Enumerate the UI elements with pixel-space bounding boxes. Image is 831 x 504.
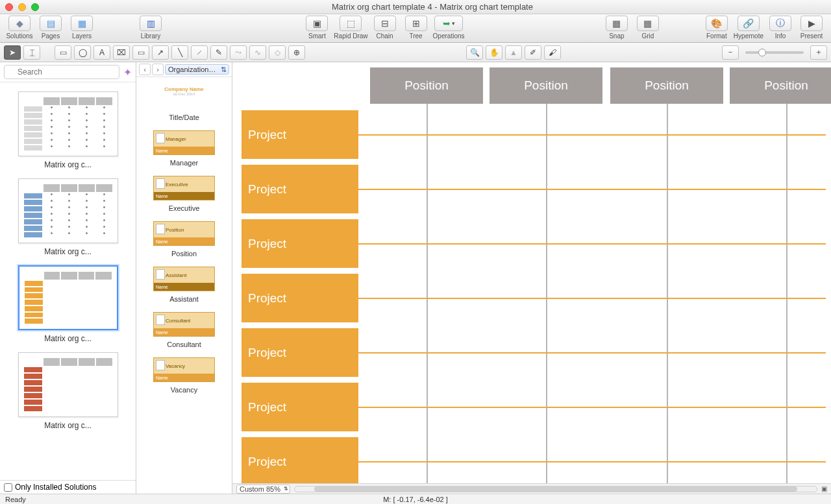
ellipse-icon: ◯: [79, 48, 87, 57]
window-title: Matrix org chart template 4 - Matrix org…: [39, 2, 826, 12]
operations-button[interactable]: ➥▾Operations: [433, 16, 465, 40]
info-icon: ⓘ: [776, 18, 785, 29]
position-header[interactable]: Position: [370, 67, 483, 104]
canvas[interactable]: PositionPositionPositionPositionProjectP…: [232, 62, 831, 494]
hypernote-button[interactable]: 🔗Hypernote: [734, 16, 763, 40]
zoom-combo[interactable]: Custom 85% ⇅: [236, 485, 290, 494]
brush-tool[interactable]: 🖌: [544, 45, 561, 60]
only-installed-checkbox[interactable]: [4, 483, 12, 492]
project-box[interactable]: Project: [242, 274, 358, 322]
template-thumbnail[interactable]: Matrix org c...: [9, 352, 127, 430]
callout-tool[interactable]: ▭: [132, 45, 149, 60]
eyedropper-tool[interactable]: ✐: [525, 45, 541, 60]
line-tool[interactable]: ╲: [171, 45, 188, 60]
bezier-tool[interactable]: ∿: [249, 45, 266, 60]
library-shape-label: Vacancy: [140, 386, 228, 394]
snap-button[interactable]: ▦Snap: [602, 16, 631, 40]
horizontal-scrollbar[interactable]: [294, 486, 817, 492]
search-input[interactable]: [4, 65, 119, 79]
present-button[interactable]: ▶Present: [797, 16, 826, 40]
tree-button[interactable]: ⊞Tree: [402, 16, 430, 40]
curve-tool[interactable]: ⟋: [191, 45, 208, 60]
textbox-tool[interactable]: ⌧: [113, 45, 130, 60]
chain-button[interactable]: ⊟Chain: [371, 16, 399, 40]
ellipse-tool[interactable]: ◯: [74, 45, 91, 60]
close-window-icon[interactable]: [5, 3, 13, 11]
library-shape[interactable]: VacancyNameVacancy: [140, 356, 228, 394]
main-toolbar: ◆Solutions ▤Pages ▦Layers ▥Library ▣Smar…: [0, 14, 831, 43]
template-thumbnail-label: Matrix org c...: [9, 334, 127, 343]
grid-icon: ▦: [643, 18, 652, 29]
library-forward-button[interactable]: ›: [152, 64, 164, 75]
text-tool[interactable]: A: [93, 45, 110, 60]
minimize-window-icon[interactable]: [18, 3, 26, 11]
matrix-horizontal-line: [358, 189, 826, 190]
project-box[interactable]: Project: [242, 437, 358, 486]
library-shape[interactable]: Company Namedd Dec 2014Title/Date: [140, 84, 228, 121]
layers-button[interactable]: ▦Layers: [68, 16, 96, 40]
info-button[interactable]: ⓘInfo: [766, 16, 795, 40]
chain-icon: ⊟: [381, 18, 389, 29]
hand-tool[interactable]: ✋: [486, 45, 502, 60]
position-header[interactable]: Position: [730, 67, 831, 104]
project-box[interactable]: Project: [242, 328, 358, 377]
rectangle-icon: ▭: [60, 48, 67, 57]
canvas-footer: Custom 85% ⇅ ▣: [232, 483, 831, 494]
library-shape[interactable]: ManagerNameManager: [140, 129, 228, 167]
grid-button[interactable]: ▦Grid: [634, 16, 662, 40]
status-ready: Ready: [5, 496, 26, 503]
smart-button[interactable]: ▣Smart: [303, 16, 331, 40]
matrix-horizontal-line: [358, 134, 826, 136]
canvas-area[interactable]: PositionPositionPositionPositionProjectP…: [232, 62, 831, 494]
template-thumbnail[interactable]: Matrix org c...: [9, 265, 127, 343]
rapid-draw-button[interactable]: ⬚Rapid Draw: [334, 16, 367, 40]
library-shape[interactable]: PositionNamePosition: [140, 220, 228, 258]
pen-tool[interactable]: ✎: [210, 45, 227, 60]
scrollbar-thumb[interactable]: [314, 486, 797, 492]
only-installed-label: Only Installed Solutions: [15, 483, 96, 492]
fit-page-icon[interactable]: ▣: [821, 485, 827, 492]
template-thumbnail[interactable]: Matrix org c...: [9, 178, 127, 256]
solutions-button[interactable]: ◆Solutions: [5, 16, 34, 40]
shape-toolstrip: ➤ ⌶ ▭ ◯ A ⌧ ▭ ↗ ╲ ⟋ ✎ ⤳ ∿ ◇ ⊕ 🔍 ✋ ▲ ✐ 🖌 …: [0, 43, 831, 62]
arrow-tool[interactable]: ↗: [152, 45, 169, 60]
connector-icon: ⤳: [235, 48, 242, 57]
connector-tool[interactable]: ⤳: [230, 45, 247, 60]
templates-panel: ✦ Matrix org c...Matrix org c...Matrix o…: [0, 62, 136, 494]
project-box[interactable]: Project: [242, 165, 358, 213]
library-back-button[interactable]: ‹: [139, 64, 151, 75]
position-header[interactable]: Position: [610, 67, 723, 104]
bezier-icon: ∿: [254, 48, 261, 57]
stamp-tool[interactable]: ▲: [505, 45, 522, 60]
template-thumbnail-label: Matrix org c...: [9, 247, 127, 256]
template-thumbnail[interactable]: Matrix org c...: [9, 91, 127, 169]
select-tool[interactable]: ➤: [4, 45, 21, 60]
project-box[interactable]: Project: [242, 383, 358, 431]
zoom-out-button[interactable]: －: [722, 45, 739, 60]
library-selector[interactable]: Organizationa... ⇅: [165, 64, 229, 75]
library-shape[interactable]: ExecutiveNameExecutive: [140, 174, 228, 212]
textbox-icon: ⌧: [117, 48, 126, 57]
operations-icon: ➥: [443, 18, 451, 29]
zoom-window-icon[interactable]: [31, 3, 39, 11]
project-box[interactable]: Project: [242, 219, 358, 268]
format-button[interactable]: 🎨Format: [702, 16, 731, 40]
project-box[interactable]: Project: [242, 110, 358, 159]
library-shape-label: Consultant: [140, 341, 228, 348]
library-shape[interactable]: ConsultantNameConsultant: [140, 311, 228, 348]
shape-tool[interactable]: ◇: [269, 45, 286, 60]
zoom-tool[interactable]: 🔍: [466, 45, 483, 60]
library-button[interactable]: ▥Library: [136, 16, 165, 40]
filter-icon[interactable]: ✦: [123, 66, 132, 78]
zoom-slider[interactable]: [745, 51, 804, 54]
zoom-in-button[interactable]: ＋: [810, 45, 827, 60]
insert-tool[interactable]: ⊕: [288, 45, 305, 60]
text-select-tool[interactable]: ⌶: [23, 45, 40, 60]
rectangle-tool[interactable]: ▭: [55, 45, 71, 60]
zoom-slider-thumb[interactable]: [758, 49, 766, 56]
position-header[interactable]: Position: [490, 67, 602, 104]
only-installed-row: Only Installed Solutions: [0, 480, 136, 494]
pages-button[interactable]: ▤Pages: [36, 16, 65, 40]
chevron-updown-icon: ⇅: [284, 486, 288, 492]
library-shape[interactable]: AssistantNameAssistant: [140, 265, 228, 303]
